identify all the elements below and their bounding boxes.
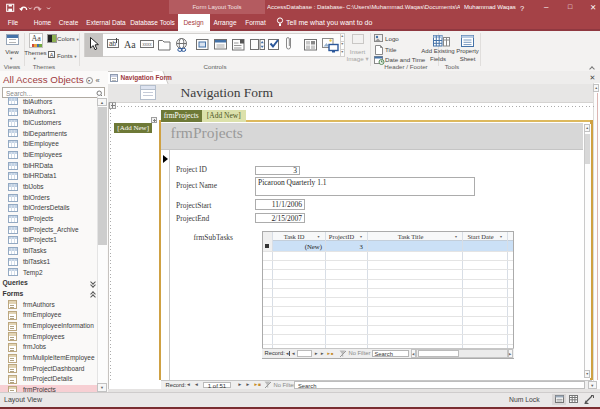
svg-text:ab: ab xyxy=(109,40,117,47)
svg-text:Aa: Aa xyxy=(124,38,136,49)
svg-text:xxxx: xxxx xyxy=(143,41,153,46)
